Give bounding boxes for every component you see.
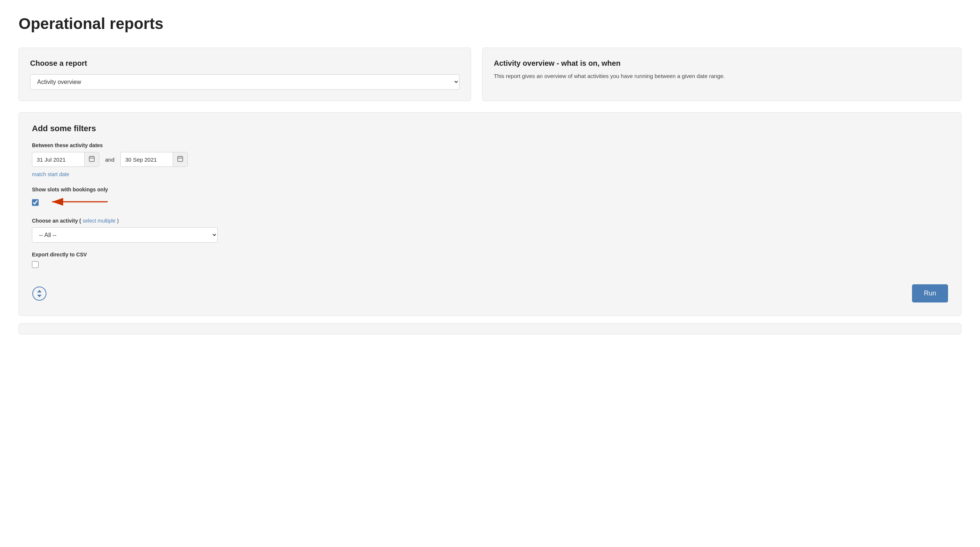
bookings-filter-section: Show slots with bookings only <box>32 187 948 209</box>
svg-rect-0 <box>89 156 94 162</box>
activity-select[interactable]: -- All -- <box>32 227 218 242</box>
match-start-date-link[interactable]: match start date <box>32 171 69 177</box>
export-csv-checkbox[interactable] <box>32 261 39 268</box>
date-label: Between these activity dates <box>32 142 948 148</box>
svg-marker-11 <box>37 290 41 292</box>
filters-card: Add some filters Between these activity … <box>19 112 961 316</box>
report-info-description: This report gives an overview of what ac… <box>494 72 950 81</box>
footer-row: Run <box>32 281 948 303</box>
filters-title: Add some filters <box>32 124 948 133</box>
date-row: and <box>32 152 948 167</box>
activity-label-text: Choose an activity ( <box>32 218 81 224</box>
activity-label-row: Choose an activity ( select multiple ) <box>32 218 948 224</box>
select-multiple-link[interactable]: select multiple <box>83 218 116 224</box>
report-info-title: Activity overview - what is on, when <box>494 59 950 68</box>
export-label: Export directly to CSV <box>32 252 948 258</box>
start-date-wrapper <box>32 152 99 167</box>
arrow-icon <box>45 196 111 207</box>
top-row: Choose a report Activity overview Bookin… <box>19 48 961 101</box>
report-select[interactable]: Activity overview Bookings report Financ… <box>30 74 460 89</box>
svg-rect-4 <box>178 156 183 162</box>
and-text: and <box>103 156 117 163</box>
arrow-indicator <box>45 196 111 209</box>
bookings-checkbox[interactable] <box>32 199 39 206</box>
activity-label-close: ) <box>117 218 119 224</box>
end-date-input[interactable] <box>121 153 173 166</box>
svg-marker-12 <box>37 295 41 297</box>
page-title: Operational reports <box>19 15 961 33</box>
end-date-wrapper <box>120 152 188 167</box>
export-filter-section: Export directly to CSV <box>32 252 948 270</box>
scroll-icon <box>32 286 47 301</box>
bottom-card <box>19 323 961 335</box>
choose-report-title: Choose a report <box>30 59 460 68</box>
choose-report-card: Choose a report Activity overview Bookin… <box>19 48 471 101</box>
svg-point-10 <box>33 287 46 300</box>
run-button[interactable]: Run <box>912 284 948 303</box>
date-filter-section: Between these activity dates and <box>32 142 948 178</box>
activity-filter-section: Choose an activity ( select multiple ) -… <box>32 218 948 242</box>
bookings-label: Show slots with bookings only <box>32 187 948 193</box>
start-date-calendar-button[interactable] <box>84 152 99 166</box>
report-info-card: Activity overview - what is on, when Thi… <box>482 48 961 101</box>
start-date-input[interactable] <box>32 153 84 166</box>
bookings-checkbox-row <box>32 196 948 209</box>
end-date-calendar-button[interactable] <box>173 152 187 166</box>
